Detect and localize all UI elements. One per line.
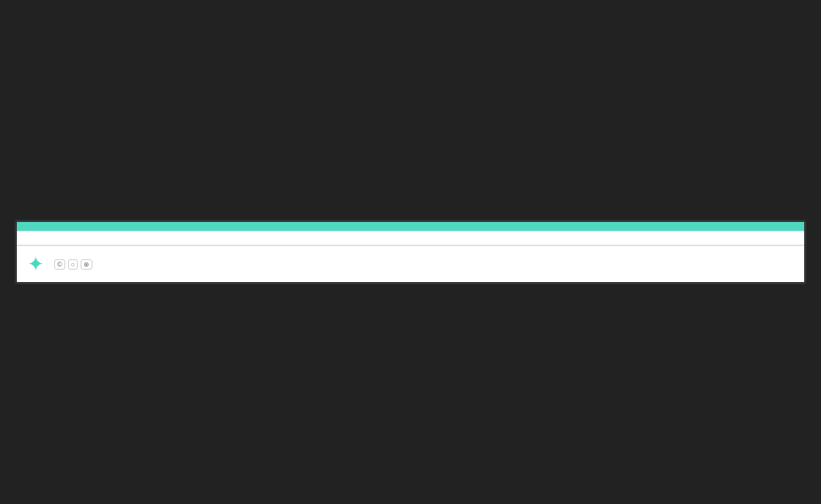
footer-icons: © ○ ⊗ xyxy=(54,259,92,270)
license-badge-3: ⊗ xyxy=(81,259,92,270)
app-frame: ✦ © ○ ⊗ xyxy=(15,220,806,284)
footer-text-block: © ○ ⊗ xyxy=(54,258,92,271)
footer-logo: ✦ xyxy=(27,252,44,276)
legend-area xyxy=(17,231,804,245)
license-badge-2: ○ xyxy=(68,259,78,270)
legend-stages xyxy=(266,237,804,242)
license-badge: © xyxy=(54,259,65,270)
footer-area: ✦ © ○ ⊗ xyxy=(17,245,804,282)
header-bar xyxy=(17,222,804,231)
